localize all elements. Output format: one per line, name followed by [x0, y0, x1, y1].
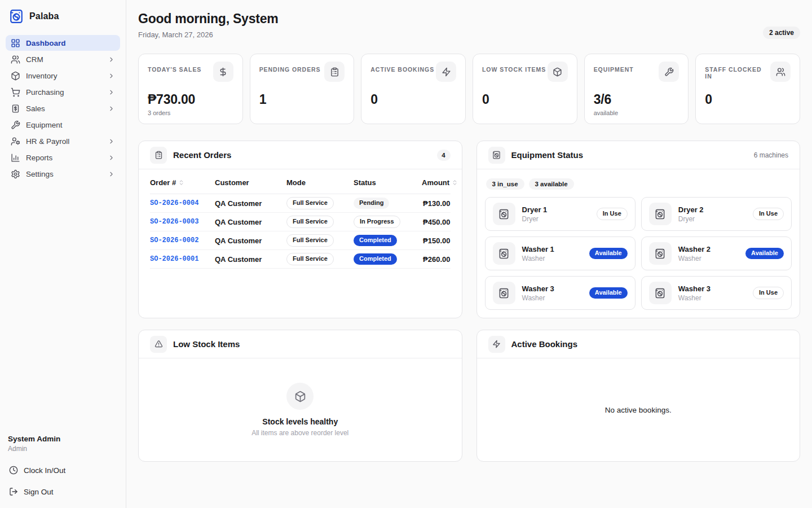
- stat-card-staff-clocked-in: STAFF CLOCKED IN 0: [695, 54, 800, 124]
- washing-machine-icon: [488, 147, 505, 164]
- column-header-order[interactable]: Order #: [150, 178, 215, 187]
- chevron-right-icon: [108, 170, 115, 178]
- page-header: Good morning, System Friday, March 27, 2…: [138, 11, 800, 39]
- clock-icon: [9, 466, 18, 475]
- machine-status-badge: In Use: [753, 208, 784, 220]
- column-header-customer: Customer: [215, 178, 286, 187]
- machine-card[interactable]: Washer 3Washer In Use: [641, 276, 792, 310]
- in-use-count-badge: 3 in_use: [486, 178, 524, 190]
- machine-type: Dryer: [678, 215, 704, 223]
- panel-title: Recent Orders: [173, 150, 231, 160]
- bar-chart-icon: [11, 153, 20, 163]
- sidebar-item-settings[interactable]: Settings: [6, 166, 120, 182]
- sidebar-item-reports[interactable]: Reports: [6, 150, 120, 165]
- chevron-right-icon: [108, 56, 115, 63]
- customer-name: QA Customer: [215, 199, 286, 208]
- sidebar-item-crm[interactable]: CRM: [6, 51, 120, 67]
- stat-cards-row: TODAY'S SALES ₱730.00 3 orders PENDING O…: [138, 54, 800, 124]
- order-number-link[interactable]: SO-2026-0001: [150, 255, 215, 263]
- alert-triangle-icon: [150, 336, 167, 353]
- machine-card[interactable]: Dryer 2Dryer In Use: [641, 197, 792, 231]
- sidebar-item-sales[interactable]: Sales: [6, 100, 120, 116]
- order-number-link[interactable]: SO-2026-0004: [150, 199, 215, 207]
- zap-icon: [488, 336, 505, 353]
- stat-sub: [259, 110, 345, 117]
- column-header-amount[interactable]: Amount: [422, 178, 458, 187]
- machine-card[interactable]: Washer 2Washer Available: [641, 237, 792, 270]
- low-stock-panel: Low Stock Items Stock levels healthy All…: [138, 330, 462, 462]
- sort-icon[interactable]: [452, 179, 458, 186]
- machine-type: Dryer: [522, 215, 548, 223]
- sidebar-item-label: Sales: [26, 104, 45, 113]
- sidebar-item-equipment[interactable]: Equipment: [6, 117, 120, 133]
- sign-out-button[interactable]: Sign Out: [8, 483, 118, 500]
- washing-machine-icon: [649, 242, 672, 265]
- stat-card-equipment: EQUIPMENT 3/6 available: [584, 54, 689, 124]
- sidebar-item-label: HR & Payroll: [26, 137, 69, 146]
- machine-status-badge: In Use: [753, 287, 784, 299]
- wrench-icon: [659, 62, 679, 82]
- table-row: SO-2026-0004 QA Customer Full Service Pe…: [150, 194, 451, 213]
- status-badge: Completed: [354, 235, 397, 246]
- machine-name: Washer 3: [678, 284, 710, 293]
- page-date: Friday, March 27, 2026: [138, 30, 278, 39]
- sidebar-item-inventory[interactable]: Inventory: [6, 68, 120, 84]
- grid-icon: [11, 38, 20, 48]
- gear-icon: [11, 169, 20, 179]
- sort-icon[interactable]: [178, 179, 184, 186]
- order-number-link[interactable]: SO-2026-0002: [150, 237, 215, 244]
- stat-value: 3/6: [594, 92, 679, 107]
- empty-state-subtitle: All items are above reorder level: [251, 429, 348, 437]
- sidebar-item-purchasing[interactable]: Purchasing: [6, 84, 120, 100]
- machine-status-badge: Available: [745, 248, 784, 259]
- panel-title: Low Stock Items: [173, 339, 240, 349]
- chevron-right-icon: [108, 72, 115, 80]
- clock-in-out-button[interactable]: Clock In/Out: [8, 462, 118, 479]
- machine-card[interactable]: Washer 1Washer Available: [485, 237, 636, 270]
- status-badge: In Progress: [354, 216, 400, 228]
- recent-orders-header: Recent Orders 4: [139, 141, 462, 169]
- sign-out-label: Sign Out: [24, 488, 54, 496]
- app-root: Palaba Dashboard CRM Inventory Purchasin…: [0, 0, 812, 508]
- stat-card-low-stock-items: LOW STOCK ITEMS 0: [473, 54, 577, 124]
- sidebar-item-label: Dashboard: [26, 39, 66, 47]
- order-number-link[interactable]: SO-2026-0003: [150, 218, 215, 226]
- column-header-status: Status: [354, 178, 422, 187]
- sidebar-item-label: Reports: [26, 154, 52, 162]
- brand: Palaba: [6, 7, 120, 35]
- column-header-mode: Mode: [286, 178, 354, 187]
- sidebar-item-label: Equipment: [26, 121, 63, 129]
- low-stock-header: Low Stock Items: [139, 330, 462, 358]
- machine-type: Washer: [678, 255, 710, 262]
- sidebar-item-dashboard[interactable]: Dashboard: [6, 35, 120, 51]
- active-count-badge: 2 active: [763, 27, 800, 39]
- page-title: Good morning, System: [138, 11, 278, 27]
- sidebar-item-label: Purchasing: [26, 88, 64, 97]
- washing-machine-icon: [493, 203, 515, 225]
- machine-card[interactable]: Dryer 1Dryer In Use: [485, 197, 636, 231]
- panel-title: Active Bookings: [511, 339, 578, 349]
- clock-in-out-label: Clock In/Out: [24, 466, 65, 475]
- stat-card-active-bookings: ACTIVE BOOKINGS 0: [361, 54, 466, 124]
- orders-count-badge: 4: [437, 150, 451, 161]
- machines-grid: Dryer 1Dryer In Use Dryer 2Dryer In Use …: [485, 197, 792, 310]
- washing-machine-icon: [493, 282, 515, 304]
- machine-type: Washer: [678, 294, 710, 302]
- package-icon: [286, 383, 314, 410]
- orders-table: Order # Customer Mode Status Amount SO-2…: [139, 169, 462, 269]
- table-row: SO-2026-0003 QA Customer Full Service In…: [150, 213, 451, 231]
- brand-name: Palaba: [29, 11, 59, 21]
- package-icon: [11, 71, 20, 81]
- panel-title: Equipment Status: [511, 150, 584, 160]
- machine-card[interactable]: Washer 3Washer Available: [485, 276, 636, 310]
- user-name: System Admin: [8, 435, 118, 443]
- order-amount: ₱150.00: [422, 237, 451, 245]
- mode-badge: Full Service: [286, 197, 334, 209]
- empty-state-title: Stock levels healthy: [262, 417, 338, 426]
- equipment-status-body: 3 in_use 3 available Dryer 1Dryer In Use…: [477, 169, 800, 318]
- active-bookings-empty-state: No active bookings.: [477, 358, 800, 461]
- sidebar-item-hr-payroll[interactable]: HR & Payroll: [6, 133, 120, 149]
- sidebar-nav: Dashboard CRM Inventory Purchasing Sales: [6, 35, 120, 182]
- equipment-summary: 3 in_use 3 available: [485, 178, 792, 190]
- machine-status-badge: In Use: [597, 208, 628, 220]
